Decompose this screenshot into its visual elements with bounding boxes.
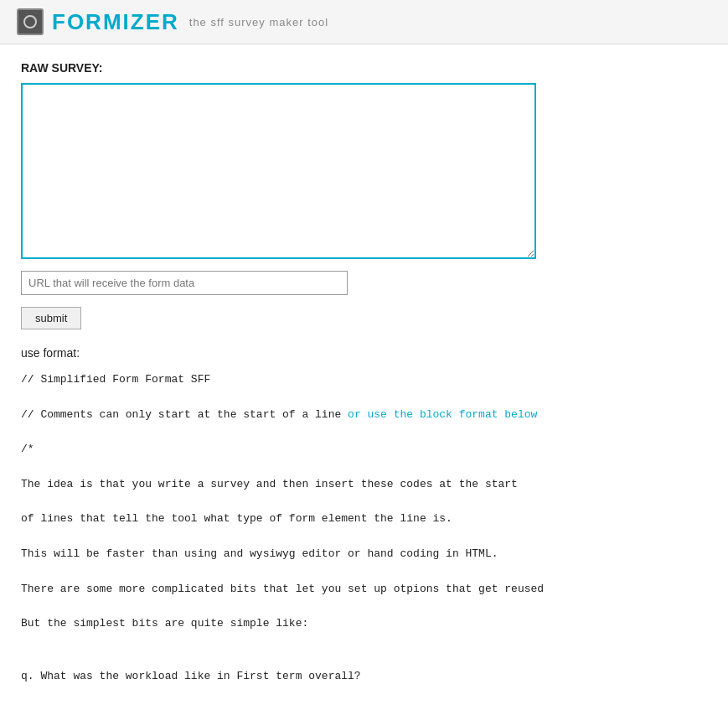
logo-text: FORMIZER: [52, 9, 179, 35]
code-line-2: // Comments can only start at the start …: [21, 407, 707, 424]
code-line-7: There are some more complicated bits tha…: [21, 581, 707, 599]
raw-survey-label: RAW SURVEY:: [21, 61, 707, 75]
code-line-1: // Simplified Form Format SFF: [21, 371, 707, 389]
logo-icon-inner: [23, 15, 37, 29]
code-line-9: q. What was the workload like in First t…: [21, 668, 707, 686]
code-line-5: of lines that tell the tool what type of…: [21, 511, 707, 528]
url-input[interactable]: [21, 271, 348, 295]
code-line-4: The idea is that you write a survey and …: [21, 476, 707, 494]
comment-highlight: or use the block format below: [348, 408, 537, 421]
code-line-8: But the simplest bits are quite simple l…: [21, 615, 707, 633]
code-line-3: /*: [21, 441, 707, 459]
main-content: RAW SURVEY: submit use format: // Simpli…: [0, 44, 728, 705]
submit-button[interactable]: submit: [21, 307, 81, 329]
code-block: // Simplified Form Format SFF // Comment…: [21, 371, 707, 705]
header: FORMIZER the sff survey maker tool: [0, 0, 728, 44]
code-line-6: This will be faster than using and wysiw…: [21, 546, 707, 563]
raw-survey-textarea[interactable]: [21, 83, 536, 259]
logo-icon: [17, 8, 44, 35]
logo-subtitle: the sff survey maker tool: [189, 16, 328, 29]
use-format-label: use format:: [21, 346, 707, 360]
comment-prefix: // Comments can only start at the start …: [21, 408, 348, 421]
